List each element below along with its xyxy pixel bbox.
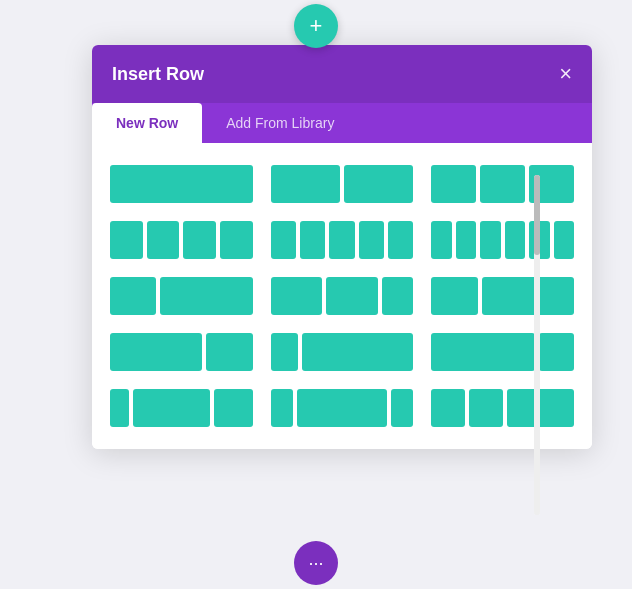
layout-option-4col[interactable] (108, 219, 255, 261)
layout-option-big-small[interactable] (429, 275, 576, 317)
scrollbar-thumb[interactable] (534, 175, 540, 255)
layout-option-small-big-v2[interactable] (269, 331, 416, 373)
modal-body (92, 143, 592, 449)
layout-option-big-small-v2[interactable] (429, 331, 576, 373)
layout-option-tiny-mid-small[interactable] (108, 387, 255, 429)
layout-grid (108, 163, 576, 429)
layout-option-1col[interactable] (108, 163, 255, 205)
layout-option-mid-small[interactable] (108, 331, 255, 373)
modal-title: Insert Row (112, 64, 204, 85)
layout-option-3col[interactable] (429, 163, 576, 205)
add-row-top-button[interactable]: + (294, 4, 338, 48)
layout-option-6col[interactable] (429, 219, 576, 261)
layout-option-small-big-small[interactable] (429, 387, 576, 429)
more-options-button[interactable]: ··· (294, 541, 338, 585)
tab-new-row[interactable]: New Row (92, 103, 202, 143)
layout-option-2equal-small[interactable] (269, 275, 416, 317)
layout-option-small-mid-tiny[interactable] (269, 387, 416, 429)
scrollbar-track[interactable] (534, 175, 540, 515)
modal-tabs: New Row Add From Library (92, 103, 592, 143)
modal-header: Insert Row × (92, 45, 592, 103)
layout-option-2col[interactable] (269, 163, 416, 205)
insert-row-modal: Insert Row × New Row Add From Library (92, 45, 592, 449)
tab-add-from-library[interactable]: Add From Library (202, 103, 358, 143)
close-button[interactable]: × (559, 63, 572, 85)
layout-option-5col[interactable] (269, 219, 416, 261)
layout-option-small-big[interactable] (108, 275, 255, 317)
